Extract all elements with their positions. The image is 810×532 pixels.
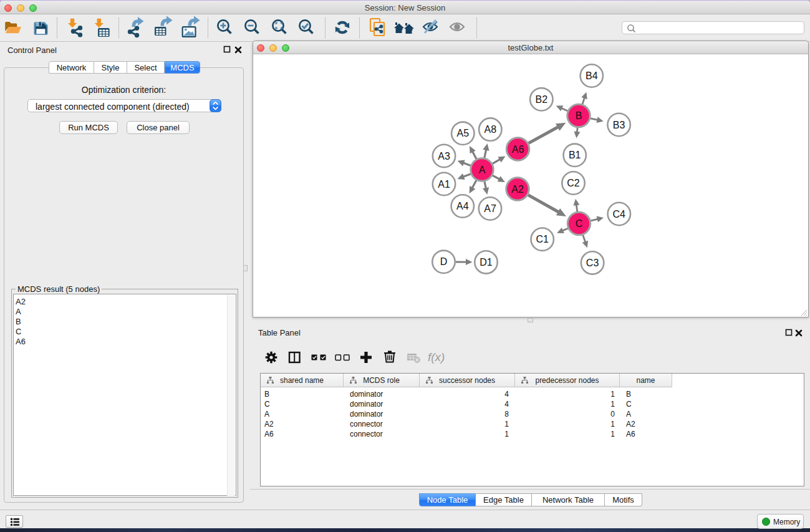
svg-text:f(x): f(x) <box>428 351 445 364</box>
svg-text:A: A <box>478 164 485 175</box>
svg-text:A1: A1 <box>438 178 450 189</box>
svg-text:C3: C3 <box>586 257 599 268</box>
svg-text:B2: B2 <box>535 94 547 104</box>
svg-text:D1: D1 <box>480 256 493 267</box>
svg-text:B4: B4 <box>586 70 598 81</box>
svg-text:C1: C1 <box>536 234 549 244</box>
svg-text:B1: B1 <box>568 150 581 160</box>
svg-text:C2: C2 <box>567 178 580 188</box>
svg-text:C: C <box>575 218 582 229</box>
svg-text:A2: A2 <box>511 183 524 194</box>
svg-text:A4: A4 <box>456 201 469 211</box>
svg-text:B3: B3 <box>612 119 625 130</box>
svg-text:D: D <box>440 256 447 267</box>
svg-text:A8: A8 <box>484 124 496 135</box>
svg-text:A5: A5 <box>456 128 469 138</box>
svg-text:A7: A7 <box>484 203 496 214</box>
svg-text:A6: A6 <box>511 143 524 154</box>
svg-text:B: B <box>575 110 582 121</box>
svg-text:A3: A3 <box>438 150 450 161</box>
svg-text:C4: C4 <box>612 208 625 219</box>
